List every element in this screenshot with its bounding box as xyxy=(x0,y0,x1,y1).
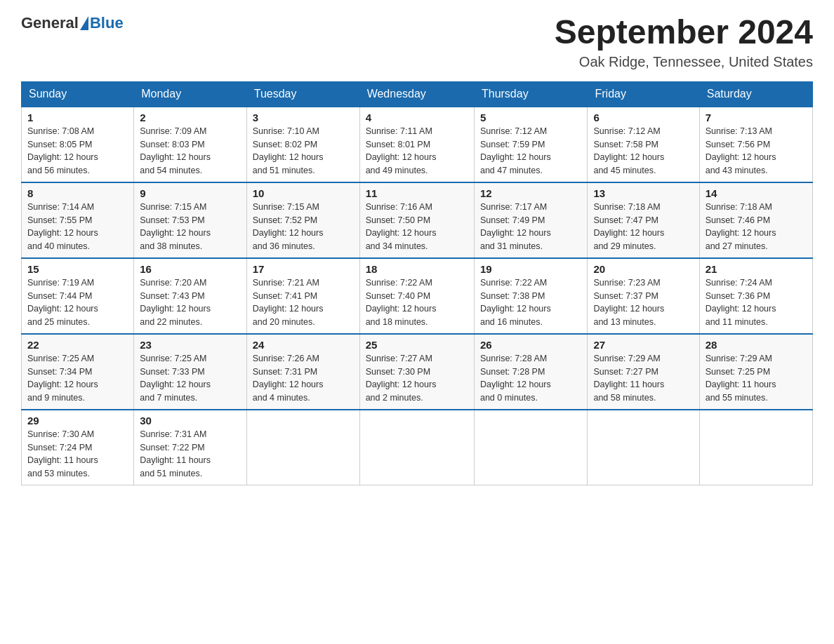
day-number: 23 xyxy=(140,339,241,351)
calendar-cell: 24Sunrise: 7:26 AMSunset: 7:31 PMDayligh… xyxy=(246,334,359,410)
calendar-cell: 23Sunrise: 7:25 AMSunset: 7:33 PMDayligh… xyxy=(134,334,247,410)
day-number: 10 xyxy=(253,187,354,199)
calendar-cell: 21Sunrise: 7:24 AMSunset: 7:36 PMDayligh… xyxy=(699,258,812,334)
calendar-cell: 25Sunrise: 7:27 AMSunset: 7:30 PMDayligh… xyxy=(359,334,474,410)
calendar-cell: 12Sunrise: 7:17 AMSunset: 7:49 PMDayligh… xyxy=(474,182,588,258)
calendar-cell: 26Sunrise: 7:28 AMSunset: 7:28 PMDayligh… xyxy=(474,334,588,410)
calendar-cell: 18Sunrise: 7:22 AMSunset: 7:40 PMDayligh… xyxy=(359,258,474,334)
day-info: Sunrise: 7:22 AMSunset: 7:40 PMDaylight:… xyxy=(366,276,468,329)
calendar-cell xyxy=(246,410,359,485)
calendar-week-row: 22Sunrise: 7:25 AMSunset: 7:34 PMDayligh… xyxy=(22,334,813,410)
day-info: Sunrise: 7:20 AMSunset: 7:43 PMDaylight:… xyxy=(140,276,241,329)
calendar-cell xyxy=(474,410,588,485)
day-info: Sunrise: 7:31 AMSunset: 7:22 PMDaylight:… xyxy=(140,428,241,481)
day-info: Sunrise: 7:14 AMSunset: 7:55 PMDaylight:… xyxy=(27,201,128,253)
calendar-table: SundayMondayTuesdayWednesdayThursdayFrid… xyxy=(21,81,813,485)
day-info: Sunrise: 7:21 AMSunset: 7:41 PMDaylight:… xyxy=(253,276,354,329)
day-number: 19 xyxy=(480,263,582,275)
calendar-header-wednesday: Wednesday xyxy=(359,81,474,107)
calendar-header-tuesday: Tuesday xyxy=(246,81,359,107)
day-number: 1 xyxy=(27,112,128,123)
day-number: 27 xyxy=(593,339,693,351)
day-number: 9 xyxy=(140,187,241,199)
day-info: Sunrise: 7:25 AMSunset: 7:33 PMDaylight:… xyxy=(140,352,241,405)
day-number: 22 xyxy=(27,339,128,351)
day-info: Sunrise: 7:19 AMSunset: 7:44 PMDaylight:… xyxy=(27,276,128,329)
day-info: Sunrise: 7:11 AMSunset: 8:01 PMDaylight:… xyxy=(366,125,468,177)
calendar-cell: 1Sunrise: 7:08 AMSunset: 8:05 PMDaylight… xyxy=(22,107,134,182)
day-info: Sunrise: 7:13 AMSunset: 7:56 PMDaylight:… xyxy=(706,125,807,177)
day-number: 11 xyxy=(366,187,468,199)
day-number: 29 xyxy=(27,415,128,427)
logo: General Blue xyxy=(21,14,124,32)
calendar-week-row: 29Sunrise: 7:30 AMSunset: 7:24 PMDayligh… xyxy=(22,410,813,485)
calendar-cell: 14Sunrise: 7:18 AMSunset: 7:46 PMDayligh… xyxy=(699,182,812,258)
calendar-cell: 11Sunrise: 7:16 AMSunset: 7:50 PMDayligh… xyxy=(359,182,474,258)
day-info: Sunrise: 7:18 AMSunset: 7:46 PMDaylight:… xyxy=(706,201,807,253)
calendar-cell: 8Sunrise: 7:14 AMSunset: 7:55 PMDaylight… xyxy=(22,182,134,258)
day-number: 8 xyxy=(27,187,128,199)
calendar-cell: 15Sunrise: 7:19 AMSunset: 7:44 PMDayligh… xyxy=(22,258,134,334)
calendar-cell: 16Sunrise: 7:20 AMSunset: 7:43 PMDayligh… xyxy=(134,258,247,334)
day-number: 30 xyxy=(140,415,241,427)
calendar-cell: 27Sunrise: 7:29 AMSunset: 7:27 PMDayligh… xyxy=(588,334,699,410)
calendar-cell: 3Sunrise: 7:10 AMSunset: 8:02 PMDaylight… xyxy=(246,107,359,182)
day-info: Sunrise: 7:25 AMSunset: 7:34 PMDaylight:… xyxy=(27,352,128,405)
day-number: 13 xyxy=(593,187,693,199)
day-info: Sunrise: 7:24 AMSunset: 7:36 PMDaylight:… xyxy=(706,276,807,329)
calendar-cell: 28Sunrise: 7:29 AMSunset: 7:25 PMDayligh… xyxy=(699,334,812,410)
calendar-header-friday: Friday xyxy=(588,81,699,107)
day-info: Sunrise: 7:08 AMSunset: 8:05 PMDaylight:… xyxy=(27,125,128,177)
calendar-cell: 7Sunrise: 7:13 AMSunset: 7:56 PMDaylight… xyxy=(699,107,812,182)
day-number: 4 xyxy=(366,112,468,123)
calendar-cell: 17Sunrise: 7:21 AMSunset: 7:41 PMDayligh… xyxy=(246,258,359,334)
calendar-cell: 30Sunrise: 7:31 AMSunset: 7:22 PMDayligh… xyxy=(134,410,247,485)
day-number: 16 xyxy=(140,263,241,275)
logo-triangle-icon xyxy=(80,16,88,30)
day-number: 14 xyxy=(706,187,807,199)
calendar-cell xyxy=(699,410,812,485)
calendar-week-row: 1Sunrise: 7:08 AMSunset: 8:05 PMDaylight… xyxy=(22,107,813,182)
calendar-cell: 5Sunrise: 7:12 AMSunset: 7:59 PMDaylight… xyxy=(474,107,588,182)
calendar-cell: 19Sunrise: 7:22 AMSunset: 7:38 PMDayligh… xyxy=(474,258,588,334)
day-info: Sunrise: 7:15 AMSunset: 7:52 PMDaylight:… xyxy=(253,201,354,253)
day-info: Sunrise: 7:15 AMSunset: 7:53 PMDaylight:… xyxy=(140,201,241,253)
day-number: 20 xyxy=(593,263,693,275)
day-number: 28 xyxy=(706,339,807,351)
calendar-cell xyxy=(359,410,474,485)
day-info: Sunrise: 7:17 AMSunset: 7:49 PMDaylight:… xyxy=(480,201,582,253)
day-number: 6 xyxy=(593,112,693,123)
day-info: Sunrise: 7:23 AMSunset: 7:37 PMDaylight:… xyxy=(593,276,693,329)
day-info: Sunrise: 7:10 AMSunset: 8:02 PMDaylight:… xyxy=(253,125,354,177)
day-info: Sunrise: 7:26 AMSunset: 7:31 PMDaylight:… xyxy=(253,352,354,405)
day-number: 17 xyxy=(253,263,354,275)
calendar-header-monday: Monday xyxy=(134,81,247,107)
calendar-cell: 10Sunrise: 7:15 AMSunset: 7:52 PMDayligh… xyxy=(246,182,359,258)
day-number: 18 xyxy=(366,263,468,275)
calendar-cell: 29Sunrise: 7:30 AMSunset: 7:24 PMDayligh… xyxy=(22,410,134,485)
calendar-header-saturday: Saturday xyxy=(699,81,812,107)
day-number: 21 xyxy=(706,263,807,275)
logo-general-text: General xyxy=(21,14,79,32)
logo-blue-text: Blue xyxy=(90,14,124,32)
day-info: Sunrise: 7:12 AMSunset: 7:59 PMDaylight:… xyxy=(480,125,582,177)
day-info: Sunrise: 7:12 AMSunset: 7:58 PMDaylight:… xyxy=(593,125,693,177)
location-text: Oak Ridge, Tennessee, United States xyxy=(555,54,813,70)
calendar-week-row: 8Sunrise: 7:14 AMSunset: 7:55 PMDaylight… xyxy=(22,182,813,258)
calendar-header-row: SundayMondayTuesdayWednesdayThursdayFrid… xyxy=(22,81,813,107)
calendar-cell: 6Sunrise: 7:12 AMSunset: 7:58 PMDaylight… xyxy=(588,107,699,182)
calendar-cell: 20Sunrise: 7:23 AMSunset: 7:37 PMDayligh… xyxy=(588,258,699,334)
day-number: 25 xyxy=(366,339,468,351)
day-info: Sunrise: 7:29 AMSunset: 7:25 PMDaylight:… xyxy=(706,352,807,405)
month-year-title: September 2024 xyxy=(555,14,813,51)
day-info: Sunrise: 7:28 AMSunset: 7:28 PMDaylight:… xyxy=(480,352,582,405)
calendar-header-sunday: Sunday xyxy=(22,81,134,107)
calendar-cell: 2Sunrise: 7:09 AMSunset: 8:03 PMDaylight… xyxy=(134,107,247,182)
day-number: 15 xyxy=(27,263,128,275)
title-area: September 2024 Oak Ridge, Tennessee, Uni… xyxy=(555,14,813,70)
day-info: Sunrise: 7:30 AMSunset: 7:24 PMDaylight:… xyxy=(27,428,128,481)
calendar-week-row: 15Sunrise: 7:19 AMSunset: 7:44 PMDayligh… xyxy=(22,258,813,334)
day-number: 5 xyxy=(480,112,582,123)
calendar-cell: 4Sunrise: 7:11 AMSunset: 8:01 PMDaylight… xyxy=(359,107,474,182)
calendar-cell xyxy=(588,410,699,485)
